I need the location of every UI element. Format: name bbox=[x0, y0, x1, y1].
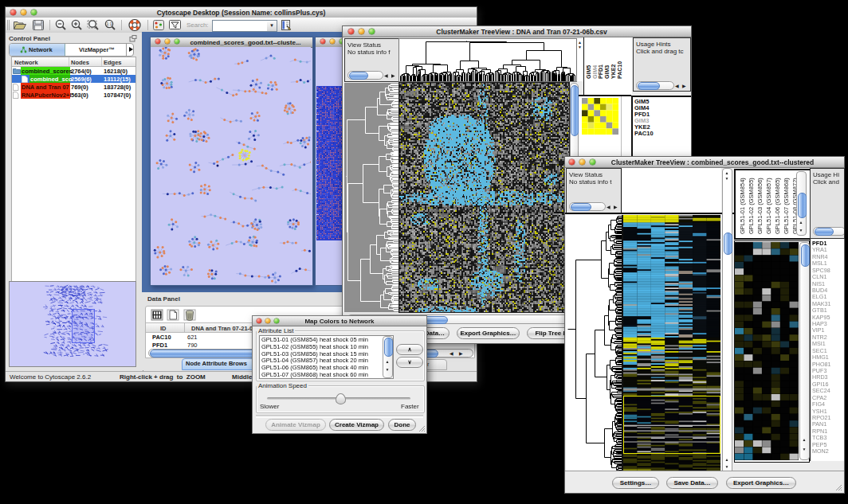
svg-text:1:1: 1:1 bbox=[107, 21, 112, 26]
